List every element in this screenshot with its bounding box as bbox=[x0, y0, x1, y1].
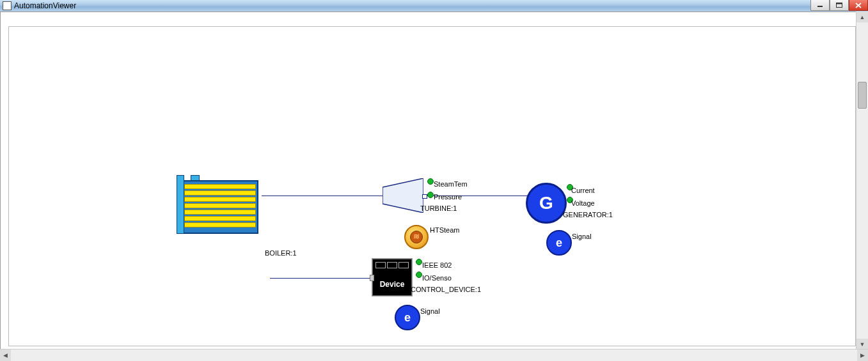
maximize-button[interactable] bbox=[830, 0, 849, 11]
close-button[interactable] bbox=[849, 0, 868, 11]
window-title: AutomationViewer bbox=[14, 0, 76, 12]
window-titlebar: AutomationViewer bbox=[0, 0, 868, 12]
app-icon bbox=[3, 1, 12, 10]
vertical-scrollbar[interactable]: ▲ ▼ bbox=[856, 12, 868, 12]
window-buttons bbox=[810, 0, 868, 12]
minimize-button[interactable] bbox=[810, 0, 830, 11]
scroll-up-arrow-icon[interactable]: ▲ bbox=[856, 12, 868, 12]
svg-rect-2 bbox=[837, 3, 842, 4]
client-area: BOILER:1 SteamTem Pressure TURBINE:1 ≋ H… bbox=[0, 12, 868, 12]
